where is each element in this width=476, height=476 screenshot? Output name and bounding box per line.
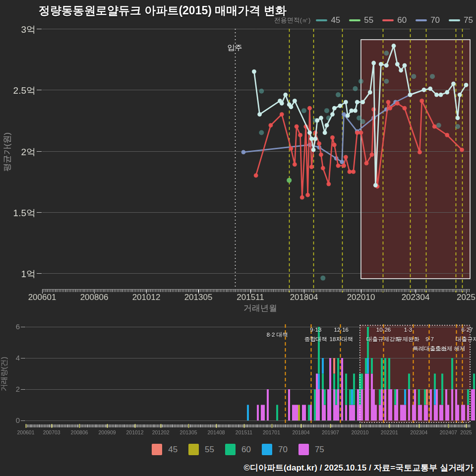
legend-swatch-icon xyxy=(382,19,394,21)
policy-annotation: 12·1618차대책 xyxy=(330,325,353,344)
footer-credit: ©디아파트(dapt.kr) / 2025.10.15 / 자료=국토교통부 실… xyxy=(243,462,474,474)
legend-label: 55 xyxy=(364,15,373,25)
volume-x-tick-label: 2025 xyxy=(451,429,476,435)
volume-legend-item-55[interactable]: 55 xyxy=(188,444,214,455)
policy-annotation-line: 9·13 xyxy=(304,325,327,335)
legend-label: 45 xyxy=(168,445,178,455)
legend-label: 70 xyxy=(430,15,440,25)
page-title: 정량동동원로얄듀크 아파트(2015) 매매가격 변화 xyxy=(39,3,287,18)
volume-x-tick-label: 201907 xyxy=(315,429,345,435)
legend-label: 75 xyxy=(464,15,473,25)
legend-swatch-icon xyxy=(188,444,199,455)
policy-annotation: 6·27대출규제 xyxy=(456,325,476,344)
volume-legend: 4555607075 xyxy=(0,444,476,455)
move-in-label: 입주 xyxy=(228,43,242,53)
volume-x-tick-label: 202304 xyxy=(404,429,434,435)
price-y-axis-title: 평균가(원) xyxy=(1,118,13,187)
legend-swatch-icon xyxy=(262,444,272,455)
price-y-tick-label: 2.5억 xyxy=(1,84,36,97)
price-legend-item-75[interactable]: 75 xyxy=(449,15,473,25)
volume-y-tick-label: 6 xyxy=(3,322,20,331)
price-x-tick-label: 202304 xyxy=(396,293,435,302)
volume-x-tick-label: 201305 xyxy=(174,429,203,435)
price-legend-item-60[interactable]: 60 xyxy=(382,15,407,25)
legend-swatch-icon xyxy=(152,444,162,455)
legend-label: 60 xyxy=(397,15,407,25)
volume-x-tick-label: 200601 xyxy=(11,429,41,435)
price-x-tick-label: 202010 xyxy=(341,293,381,302)
legend-swatch-icon xyxy=(298,444,309,455)
price-legend-items: 4555607075 xyxy=(316,15,473,25)
volume-legend-item-75[interactable]: 75 xyxy=(298,444,324,455)
price-y-tick-label: 1.5억 xyxy=(1,207,36,220)
volume-x-tick-label: 202010 xyxy=(345,429,375,435)
policy-annotation-line: 8·2 대책 xyxy=(267,330,288,340)
volume-y-axis-title: 거래량(건) xyxy=(0,345,9,404)
legend-swatch-icon xyxy=(349,19,360,21)
price-x-axis-title: 거래년월 xyxy=(226,302,295,314)
legend-swatch-icon xyxy=(225,444,236,455)
policy-annotation-line: 1·3 xyxy=(397,325,419,335)
legend-label: 70 xyxy=(278,445,288,455)
price-y-tick-label: 3억 xyxy=(1,23,36,36)
volume-x-tick-label: 200909 xyxy=(92,429,122,435)
volume-legend-item-70[interactable]: 70 xyxy=(262,444,288,455)
volume-x-tick-label: 201804 xyxy=(286,429,316,435)
legend-label: 55 xyxy=(205,445,214,455)
legend-swatch-icon xyxy=(416,19,427,21)
policy-annotation-line: 대출규제 xyxy=(456,335,476,344)
policy-annotation-line: 12·16 xyxy=(330,325,353,335)
volume-x-tick-label: 201202 xyxy=(146,429,176,435)
policy-annotation: 토허제 해제 xyxy=(435,344,466,354)
price-dashboard: 정량동동원로얄듀크 아파트(2015) 매매가격 변화 전용면적(㎡) 4555… xyxy=(0,0,476,476)
legend-swatch-icon xyxy=(316,19,327,21)
legend-label: 45 xyxy=(331,15,340,25)
volume-x-tick-label: 201012 xyxy=(120,429,150,435)
legend-label: 75 xyxy=(315,445,324,455)
policy-annotation: 10·26대출규제강화 xyxy=(366,325,401,344)
volume-y-tick-label: 0 xyxy=(3,416,20,424)
volume-x-tick-label: 201701 xyxy=(257,429,287,435)
volume-legend-item-45[interactable]: 45 xyxy=(152,444,178,455)
price-legend-title: 전용면적(㎡) xyxy=(274,16,311,25)
policy-annotation-line: 6·27 xyxy=(456,325,476,335)
price-x-tick-label: 200601 xyxy=(22,293,62,302)
price-x-tick-label: 201511 xyxy=(231,293,270,302)
volume-x-tick-label: 201511 xyxy=(229,429,259,435)
price-x-tick-label: 200806 xyxy=(74,293,114,302)
policy-annotation-line: 토허제 해제 xyxy=(435,344,466,354)
volume-legend-item-60[interactable]: 60 xyxy=(225,444,251,455)
price-x-tick-label: 201012 xyxy=(126,293,166,302)
volume-x-tick-label: 201408 xyxy=(201,429,231,435)
policy-annotation: 9·13종합대책 xyxy=(304,325,327,344)
volume-x-tick-label: 202201 xyxy=(374,429,404,435)
price-legend: 전용면적(㎡) 4555607075 xyxy=(274,15,473,25)
price-x-tick-label: 201305 xyxy=(178,293,218,302)
price-legend-item-55[interactable]: 55 xyxy=(349,15,373,25)
policy-annotation-line: 9·7 xyxy=(413,335,447,344)
volume-legend-items: 4555607075 xyxy=(152,444,324,455)
legend-swatch-icon xyxy=(449,19,460,21)
price-legend-item-45[interactable]: 45 xyxy=(316,15,340,25)
policy-annotation-line: 종합대책 xyxy=(304,335,327,344)
policy-annotation-line: 대출규제강화 xyxy=(366,335,401,344)
legend-label: 60 xyxy=(241,445,251,455)
policy-annotation-line: 18차대책 xyxy=(330,335,353,344)
policy-annotation-line: 10·26 xyxy=(366,325,401,335)
price-legend-item-70[interactable]: 70 xyxy=(416,15,440,25)
volume-x-tick-label: 200703 xyxy=(37,429,66,435)
price-x-tick-label: 201804 xyxy=(284,293,324,302)
policy-annotation: 8·2 대책 xyxy=(267,330,288,340)
price-y-tick-label: 1억 xyxy=(1,268,36,281)
price-x-tick-label: 2025 xyxy=(446,293,476,302)
volume-x-tick-label: 200806 xyxy=(64,429,94,435)
